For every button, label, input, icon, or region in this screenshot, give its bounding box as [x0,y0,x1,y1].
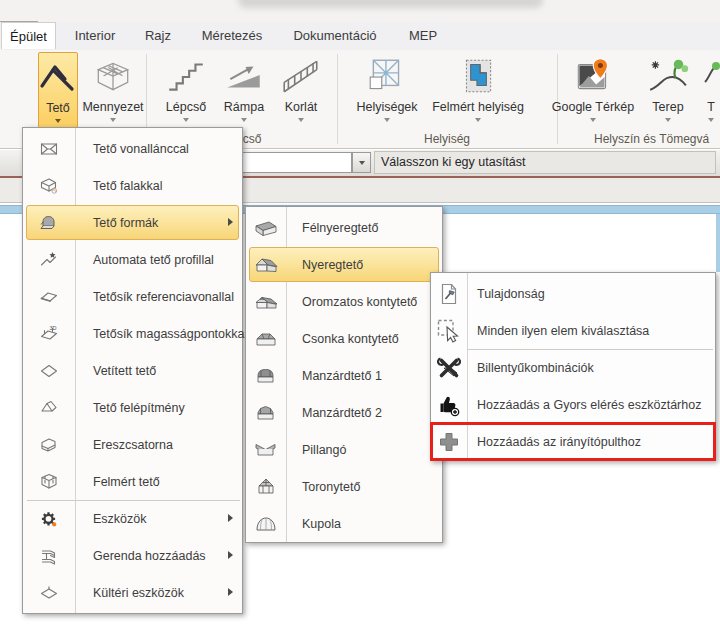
menu-item-kupola[interactable]: Kupola [246,505,442,542]
roof-walls-icon [23,167,75,204]
ribbon-button-label: Felmért helyiség [432,100,524,114]
menu-item-label: Minden ilyen elem kiválasztása [477,324,649,338]
menu-item-tetosik-magassagpontokkal[interactable]: 3DTetősík magasságpontokkal [23,315,242,352]
ribbon-button-felmert-helyiseg[interactable]: Felmért helyiség [428,52,528,132]
submenu-arrow-icon [228,514,233,522]
chevron-down-icon [359,161,365,165]
chevron-down-icon [665,118,671,122]
ribbon-button-terep[interactable]: Terep [645,52,691,132]
tab-interior[interactable]: Interior [62,22,128,49]
menu-item-label: Billentyűkombinációk [477,361,594,375]
menu-item-label: Tetősík referenciavonallal [93,290,234,304]
ribbon-button-label: T [707,100,715,114]
menu-item-teto-falakkal[interactable]: Tető falakkal [23,167,242,204]
menu-item-label: Félnyeregtető [302,221,378,235]
quick-access-add-icon [431,386,467,423]
ribbon-button-label: Tető [46,101,70,115]
combo-dropdown-button[interactable] [352,152,371,173]
terrain-icon [647,52,689,100]
menu-item-vetitett-teto[interactable]: Vetített tető [23,352,242,389]
menu-item-label: Manzárdtető 2 [302,406,382,420]
beam-icon [23,537,75,574]
dome-roof-icon [246,505,286,542]
dashboard-add-icon [431,423,467,460]
menu-item-teto-formak[interactable]: Tető formák [23,204,242,241]
ribbon-button-helyisegek[interactable]: Helyiségek [348,52,426,132]
jerkinhead-roof-icon [246,320,286,357]
menu-item-label: Tetősík magasságpontokkal [93,327,247,341]
menu-item-label: Tető falakkal [93,179,162,193]
projected-roof-icon [23,352,75,389]
tab-epulet[interactable]: Épület [1,22,56,49]
menu-item-label: Oromzatos kontytető [302,295,417,309]
select-similar-icon [431,312,467,349]
menu-item-label: Tető formák [93,216,158,230]
menu-item-csonka-kontyteto[interactable]: Csonka kontytető [246,320,442,357]
ribbon-button-t[interactable]: T [700,52,720,132]
command-prompt-field[interactable]: Válasszon ki egy utasítást [374,151,716,174]
menu-item-automata-teto-profillal[interactable]: Automata tető profillal [23,241,242,278]
menu-item-label: Pillangó [302,443,346,457]
partial-icon [701,52,720,100]
menu-item-felnyeregteto[interactable]: Félnyeregtető [246,209,442,246]
menu-separator [467,349,713,350]
roof-structure-icon [23,389,75,426]
ribbon-button-lepcso[interactable]: Lépcső [156,52,216,132]
menu-item-felmert-teto[interactable]: Felmért tető [23,463,242,500]
roof-forms-icon [23,204,75,241]
ribbon-button-teto[interactable]: Tető [38,52,78,132]
menu-item-nyeregteto[interactable]: Nyeregtető [246,246,442,283]
ribbon-button-google-terkep[interactable]: Google Térkép [550,52,636,132]
rooms-icon [366,52,408,100]
roof-polyline-icon [23,130,75,167]
menu-item-billentyukombinaciok[interactable]: Billentyűkombinációk [431,349,715,386]
chevron-down-icon [110,118,116,122]
menu-item-manzardteto-1[interactable]: Manzárdtető 1 [246,357,442,394]
menu-item-tetosik-referenciavonallal[interactable]: Tetősík referenciavonallal [23,278,242,315]
menu-item-ereszcsatorna[interactable]: Ereszcsatorna [23,426,242,463]
menu-item-oromzatos-kontyteto[interactable]: Oromzatos kontytető [246,283,442,320]
tab-rajz[interactable]: Rajz [132,22,184,49]
menu-item-kulteri-eszkozok[interactable]: Kültéri eszközök [23,574,242,611]
chevron-down-icon [590,118,596,122]
menu-item-hozzaadas-az-iranyitopulthoz[interactable]: Hozzáadás az irányítópulthoz [431,423,715,460]
menu-item-manzardteto-2[interactable]: Manzárdtető 2 [246,394,442,431]
menu-item-pillango[interactable]: Pillangó [246,431,442,468]
menu-item-minden-ilyen-elem-kivalasztasa[interactable]: Minden ilyen elem kiválasztása [431,312,715,349]
menu-item-hozzaadas-a-gyors-eleres-eszkoztarhoz[interactable]: Hozzáadás a Gyors elérés eszköztárhoz [431,386,715,423]
menu-item-teto-felepitmeny[interactable]: Tető felépítmény [23,389,242,426]
ceiling-icon [92,52,134,100]
menu-item-label: Tulajdonság [477,287,545,301]
tab-mep[interactable]: MEP [395,22,451,49]
title-bar [0,0,720,22]
ramp-icon [223,52,265,100]
menu-item-label: Hozzáadás az irányítópulthoz [477,435,641,449]
menu-item-label: Nyeregtető [302,258,363,272]
keyboard-shortcuts-icon [431,349,467,386]
menu-item-label: Csonka kontytető [302,332,399,346]
svg-text:3D: 3D [50,324,57,330]
application-window: ÉpületInteriorRajzMéretezésDokumentációM… [0,0,720,638]
tab-meretezes[interactable]: Méretezés [190,22,274,49]
chevron-down-icon [55,119,61,123]
properties-icon [431,275,467,312]
menu-item-label: Hozzáadás a Gyors elérés eszköztárhoz [477,398,701,412]
tools-gear-icon [23,500,75,537]
tab-dokumentacio[interactable]: Dokumentáció [280,22,390,49]
ribbon-button-rampa[interactable]: Rámpa [216,52,272,132]
menu-item-teto-vonallanccal[interactable]: Tető vonallánccal [23,130,242,167]
ribbon-button-mennyezet[interactable]: Mennyezet [80,52,146,132]
surveyed-room-icon [457,52,499,100]
chevron-down-icon [475,118,481,122]
group-label-helyszin: Helyszín és Tömegvá [594,132,709,146]
menu-item-label: Vetített tető [93,364,156,378]
menu-item-gerenda-hozzaadas[interactable]: Gerenda hozzáadás [23,537,242,574]
menu-item-tulajdonsag[interactable]: Tulajdonság [431,275,715,312]
menu-item-toronyteto[interactable]: Toronytető [246,468,442,505]
menu-item-label: Toronytető [302,480,360,494]
roof-forms-submenu: FélnyeregtetőNyeregtetőOromzatos kontyte… [245,206,443,543]
menu-item-eszkozok[interactable]: Eszközök [23,500,242,537]
menu-item-label: Eszközök [93,512,147,526]
ribbon-button-korlat[interactable]: Korlát [272,52,330,132]
chevron-down-icon [183,118,189,122]
